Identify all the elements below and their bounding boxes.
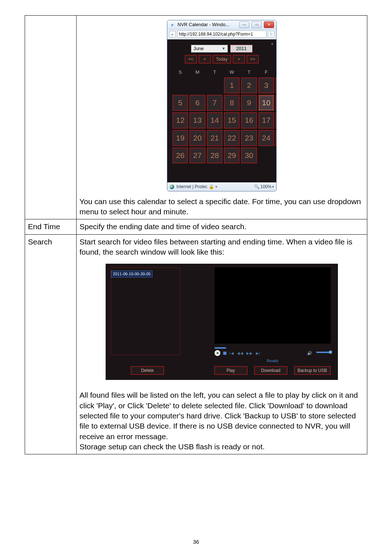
calendar-window: e NVR Calendar - Windo... — ▭ ✕ e http:/…: [167, 20, 277, 191]
calendar-day[interactable]: 27: [189, 147, 205, 163]
play-icon: [217, 352, 219, 355]
search-text3: Storage setup can check the USB flash is…: [79, 442, 364, 452]
calendar-day[interactable]: 19: [172, 130, 188, 146]
calendar-day[interactable]: 9: [241, 95, 257, 111]
calendar-day[interactable]: 6: [189, 95, 205, 111]
zoom-value: 100%: [260, 184, 271, 190]
row1-label-empty: [25, 16, 77, 219]
calendar-day[interactable]: 30: [241, 147, 257, 163]
calendar-day[interactable]: 22: [224, 130, 240, 146]
calendar-day[interactable]: 21: [207, 130, 222, 146]
calendar-empty: [172, 77, 188, 93]
volume-icon[interactable]: 🔊: [307, 351, 312, 356]
calendar-day[interactable]: 16: [241, 112, 257, 128]
nav-today[interactable]: Today: [212, 55, 231, 64]
search-result-panel: 2011-06-10-00-30-05 |◀ ◀◀ ▶▶ ▶| 🔊: [106, 264, 338, 380]
url-field[interactable]: http://192.168.94.102/cal.php?Form=1: [177, 31, 266, 38]
calendar-empty: [258, 147, 274, 163]
calendar-day[interactable]: 26: [172, 147, 188, 163]
minimize-button[interactable]: —: [239, 21, 249, 28]
close-button[interactable]: ✕: [264, 21, 274, 28]
calendar-day[interactable]: 17: [258, 112, 274, 128]
play-file-button[interactable]: Play: [214, 366, 248, 375]
calendar-empty: [258, 165, 274, 177]
address-bar: e http://192.168.94.102/cal.php?Form=1 ⎘: [167, 29, 276, 39]
calendar-day[interactable]: 5: [172, 95, 188, 111]
calendar-empty: [241, 165, 257, 177]
compat-view-icon[interactable]: ⎘: [268, 31, 274, 37]
delete-button[interactable]: Delete: [131, 366, 164, 375]
calendar-day[interactable]: 4: [275, 77, 277, 93]
calendar-day[interactable]: 12: [172, 112, 188, 128]
seek-bar[interactable]: [215, 347, 226, 349]
calendar-empty: [172, 165, 188, 177]
scroll-up-icon[interactable]: ▲: [270, 41, 274, 46]
calendar-day[interactable]: 15: [224, 112, 240, 128]
page-number: 36: [0, 539, 392, 545]
calendar-empty: [189, 77, 205, 93]
calendar-day[interactable]: 10: [258, 95, 274, 111]
window-title: NVR Calendar - Windo...: [177, 21, 237, 28]
nav-first[interactable]: <<: [185, 55, 197, 64]
calendar-popup-wrapper: e NVR Calendar - Windo... — ▭ ✕ e http:/…: [79, 18, 364, 197]
calendar-empty: [207, 165, 222, 177]
file-list: 2011-06-10-00-30-05: [111, 267, 180, 355]
calendar-empty: [275, 165, 277, 177]
status-bar: Internet | Protec 🔒 ▾ 🔍 100% ▾ ⋰: [167, 182, 276, 191]
calendar-day[interactable]: 7: [207, 95, 222, 111]
video-preview: [215, 267, 331, 344]
endtime-text: Specify the ending date and time of vide…: [77, 219, 367, 234]
calendar-grid: SMTWTFS 12345678910111213141516171819202…: [171, 67, 277, 179]
calendar-day[interactable]: 14: [207, 112, 222, 128]
calendar-day[interactable]: 8: [224, 95, 240, 111]
calendar-day[interactable]: 20: [189, 130, 205, 146]
calendar-day[interactable]: 28: [207, 147, 222, 163]
zoom-control[interactable]: 🔍 100% ▾: [254, 184, 274, 190]
window-titlebar: e NVR Calendar - Windo... — ▭ ✕: [167, 20, 276, 29]
rewind-icon[interactable]: ◀◀: [237, 351, 244, 356]
dow-header: M: [189, 69, 205, 76]
player-status: Ready: [215, 358, 331, 364]
maximize-button[interactable]: ▭: [252, 21, 262, 28]
chevron-down-icon: ▼: [222, 46, 225, 51]
nav-prev[interactable]: <: [199, 55, 211, 64]
month-select[interactable]: June ▼: [191, 45, 228, 53]
calendar-description: You can use this calendar to select a sp…: [79, 197, 364, 217]
resize-grip-icon[interactable]: ⋰: [273, 186, 275, 190]
calendar-day[interactable]: 23: [241, 130, 257, 146]
nav-next[interactable]: >: [233, 55, 245, 64]
nav-last[interactable]: >>: [246, 55, 259, 64]
zoom-icon: 🔍: [254, 184, 260, 190]
calendar-day[interactable]: 24: [258, 130, 274, 146]
fastfwd-icon[interactable]: ▶▶: [246, 351, 253, 356]
page: e NVR Calendar - Windo... — ▭ ✕ e http:/…: [0, 0, 392, 555]
backup-usb-button[interactable]: Backup to USB: [294, 366, 331, 375]
dow-header: F: [258, 69, 274, 76]
row1-content: e NVR Calendar - Windo... — ▭ ✕ e http:/…: [77, 16, 367, 219]
play-button[interactable]: [215, 350, 220, 356]
month-label: June: [193, 45, 204, 52]
calendar-day[interactable]: 18: [275, 112, 277, 128]
calendar-day[interactable]: 3: [258, 77, 274, 93]
file-item[interactable]: 2011-06-10-00-30-05: [111, 271, 152, 278]
action-buttons: Delete Play Download Backup to USB: [106, 366, 338, 375]
calendar-body: ▲ June ▼ 2011 << < Today >: [167, 39, 276, 182]
calendar-day[interactable]: 2: [241, 77, 257, 93]
calendar-day[interactable]: 11: [275, 95, 277, 111]
stop-button[interactable]: [223, 352, 226, 355]
calendar-empty: [275, 147, 277, 163]
calendar-day[interactable]: 29: [224, 147, 240, 163]
year-box[interactable]: 2011: [230, 45, 253, 53]
calendar-day[interactable]: 25: [275, 130, 277, 146]
calendar-day[interactable]: 1: [224, 77, 240, 93]
dow-header: S: [172, 69, 188, 76]
calendar-day[interactable]: 13: [189, 112, 205, 128]
status-text: Internet | Protec 🔒 ▾: [176, 184, 252, 190]
volume-slider[interactable]: [316, 352, 331, 353]
content-table: e NVR Calendar - Windo... — ▭ ✕ e http:/…: [25, 15, 367, 454]
search-text1: Start search for video files between sta…: [79, 237, 364, 258]
player-controls: |◀ ◀◀ ▶▶ ▶| 🔊: [215, 347, 331, 360]
skip-prev-icon[interactable]: |◀: [229, 351, 234, 356]
download-button[interactable]: Download: [254, 366, 287, 375]
skip-next-icon[interactable]: ▶|: [256, 351, 261, 356]
